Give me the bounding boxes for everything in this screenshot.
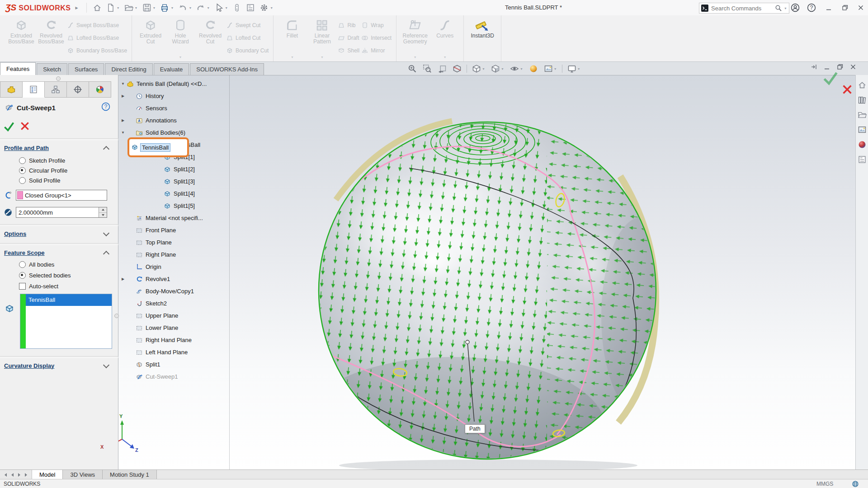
search-input[interactable] [710, 5, 773, 12]
resources-home-icon[interactable] [858, 80, 867, 89]
next-tab-button[interactable] [16, 472, 22, 478]
zoom-to-fit-button[interactable] [407, 63, 418, 74]
apply-scene-button[interactable]: ▼ [543, 63, 558, 74]
tree-item-cut-sweep1[interactable]: ▶Cut-Sweep1 [119, 371, 231, 383]
options-button[interactable]: ▼ [257, 2, 275, 14]
radio-solid-profile[interactable]: Solid Profile [19, 177, 60, 184]
account-button[interactable] [789, 2, 801, 14]
first-tab-button[interactable] [3, 472, 9, 478]
restore-button[interactable] [839, 2, 851, 14]
pm-help-icon[interactable] [101, 102, 110, 111]
tree-item-history[interactable]: ▶History [119, 90, 231, 102]
search-icon[interactable] [775, 5, 782, 12]
tree-item-split1[interactable]: ▶Split1 [119, 358, 231, 371]
tree-item-upper-plane[interactable]: ▶Upper Plane [119, 310, 231, 322]
section-curvature-display[interactable]: Curvature Display [0, 360, 118, 371]
file-explorer-icon[interactable] [858, 110, 867, 119]
checkbox-auto-select[interactable]: Auto-select [19, 283, 58, 290]
tab-surfaces[interactable]: Surfaces [68, 63, 104, 75]
section-profile-and-path[interactable]: Profile and Path [0, 142, 118, 154]
redo-button[interactable]: ▼ [194, 2, 212, 14]
tab-property-manager[interactable] [23, 81, 45, 98]
tree-item-sensors[interactable]: ▶Sensors [119, 102, 231, 114]
diameter-spinner[interactable] [99, 207, 107, 217]
tree-item-lower-plane[interactable]: ▶Lower Plane [119, 322, 231, 334]
doc-tab-3d-views[interactable]: 3D Views [63, 470, 103, 479]
display-style-button[interactable]: ▼ [490, 63, 505, 74]
instant3d-button[interactable]: Instant3D [468, 17, 496, 61]
diameter-field[interactable]: 2.000000mm [16, 207, 107, 218]
section-feature-scope[interactable]: Feature Scope [0, 247, 118, 258]
save-button[interactable]: ▼ [140, 2, 158, 14]
tennisball-highlight-callout[interactable]: TennisBall [127, 137, 189, 157]
path-selection-field[interactable]: Closed Group<1> [16, 190, 107, 201]
selected-body-item[interactable]: TennisBall [26, 294, 112, 306]
panel-collapse-grip[interactable] [56, 76, 61, 81]
new-document-button[interactable]: ▼ [104, 2, 122, 14]
radio-selected-bodies[interactable]: Selected bodies [19, 272, 71, 279]
tree-item-top-plane[interactable]: ▶Top Plane [119, 236, 231, 249]
confirm-cancel-button[interactable] [842, 84, 853, 95]
properties-button[interactable] [244, 2, 257, 14]
appearances-icon[interactable] [858, 140, 867, 149]
view-orientation-button[interactable]: ▼ [471, 63, 486, 74]
dock-pane-icon[interactable] [810, 63, 817, 70]
tab-display-manager[interactable] [89, 81, 111, 98]
tree-item-right-plane[interactable]: ▶Right Plane [119, 249, 231, 261]
tab-configuration-manager[interactable] [45, 81, 67, 98]
panel-resize-grip[interactable] [114, 314, 119, 318]
hide-show-items-button[interactable]: ▼ [509, 63, 524, 74]
selected-bodies-list[interactable]: TennisBall [20, 294, 112, 349]
print-button[interactable]: ▼ [158, 2, 176, 14]
doc-tab-motion-study[interactable]: Motion Study 1 [103, 470, 157, 479]
tree-item-annotations[interactable]: ▶Annotations [119, 114, 231, 127]
tree-item-left-hand-plane[interactable]: ▶Left Hand Plane [119, 346, 231, 358]
tree-item-split1-3[interactable]: ▶Split1[3] [119, 175, 231, 188]
undo-button[interactable]: ▼ [176, 2, 194, 14]
minimize-button[interactable] [823, 2, 835, 14]
doc-close-icon[interactable] [849, 63, 857, 70]
pm-ok-button[interactable] [4, 121, 14, 132]
tab-dimxpert-manager[interactable] [67, 81, 89, 98]
tree-item-origin[interactable]: ▶Origin [119, 261, 231, 273]
help-button[interactable] [806, 2, 817, 14]
doc-minimize-icon[interactable] [823, 63, 830, 70]
tree-item-root[interactable]: ▼Tennis Ball (Default) <<D... [119, 78, 231, 90]
doc-restore-icon[interactable] [836, 63, 844, 70]
open-button[interactable]: ▼ [122, 2, 140, 14]
tab-direct-editing[interactable]: Direct Editing [105, 63, 152, 75]
confirm-ok-button[interactable] [822, 70, 839, 86]
close-button[interactable] [855, 2, 866, 14]
units-indicator[interactable]: MMGS [816, 481, 833, 487]
zoom-to-area-button[interactable] [422, 63, 433, 74]
radio-sketch-profile[interactable]: Sketch Profile [19, 157, 65, 164]
tab-feature-manager[interactable] [0, 81, 23, 98]
tree-item-right-hand-plane[interactable]: ▶Right Hand Plane [119, 334, 231, 346]
tab-features[interactable]: Features [0, 62, 36, 75]
tree-item-split1-4[interactable]: ▶Split1[4] [119, 188, 231, 200]
tree-item-front-plane[interactable]: ▶Front Plane [119, 224, 231, 236]
select-button[interactable]: ▼ [212, 2, 230, 14]
view-settings-button[interactable]: ▼ [566, 63, 581, 74]
tab-solidworks-addins[interactable]: SOLIDWORKS Add-Ins [190, 63, 264, 75]
tree-item-sketch2[interactable]: ▶Sketch2 [119, 297, 231, 310]
tree-item-body-move-copy1[interactable]: ▶Body-Move/Copy1 [119, 285, 231, 297]
tab-evaluate[interactable]: Evaluate [154, 63, 189, 75]
pm-cancel-button[interactable] [20, 121, 30, 131]
search-commands-box[interactable]: ▼ [699, 3, 789, 14]
previous-view-button[interactable] [437, 63, 448, 74]
touch-mode-button[interactable] [230, 2, 244, 14]
tree-item-solid-bodies[interactable]: ▼Solid Bodies(6) [119, 127, 231, 139]
radio-circular-profile[interactable]: Circular Profile [19, 167, 67, 174]
design-library-icon[interactable] [858, 95, 867, 104]
menu-flyout-arrow[interactable]: ▶ [75, 6, 78, 10]
home-button[interactable] [90, 2, 104, 14]
tree-item-split1-5[interactable]: ▶Split1[5] [119, 200, 231, 212]
doc-tab-model[interactable]: Model [32, 470, 63, 479]
globe-icon[interactable] [852, 480, 859, 488]
search-dropdown-arrow[interactable]: ▼ [784, 7, 787, 10]
radio-all-bodies[interactable]: All bodies [19, 261, 54, 268]
section-options[interactable]: Options [0, 228, 118, 239]
custom-properties-icon[interactable] [858, 155, 867, 164]
tree-item-revolve1[interactable]: ▶Revolve1 [119, 273, 231, 285]
